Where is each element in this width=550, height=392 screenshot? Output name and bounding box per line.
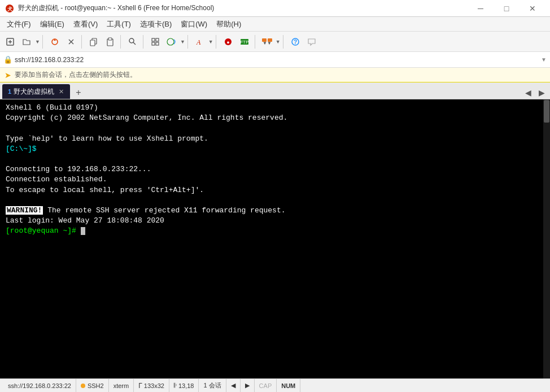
- title-text: 野犬的虚拟机 - root@yequan:~ - Xshell 6 (Free …: [18, 3, 468, 13]
- cursor-icon: 𝄆: [174, 382, 177, 389]
- status-dot: [81, 384, 85, 388]
- terminal[interactable]: Xshell 6 (Build 0197) Copyright (c) 2002…: [0, 99, 550, 378]
- status-cap: CAP: [255, 379, 277, 393]
- separator-3: [120, 35, 123, 49]
- status-cursor: 𝄆 13,18: [169, 379, 199, 393]
- separator-6: [216, 35, 218, 49]
- term-line-10: [root@yequan ~]#: [6, 226, 544, 236]
- paste-button[interactable]: [102, 34, 118, 50]
- xftp-button[interactable]: FTP: [237, 34, 252, 50]
- size-icon: Γ: [138, 382, 142, 390]
- address-dropdown-arrow[interactable]: ▼: [541, 56, 547, 63]
- tab-label: 野犬的虚拟机: [14, 87, 54, 97]
- tab-close-icon[interactable]: ✕: [59, 88, 64, 95]
- terminal-cursor: [81, 227, 85, 235]
- font-dropdown-arrow[interactable]: ▼: [208, 39, 213, 45]
- help-button[interactable]: ?: [287, 34, 303, 50]
- session-dropdown-arrow[interactable]: ▼: [180, 39, 185, 45]
- term-line-5: Connecting to 192.168.0.233:22...: [6, 164, 544, 175]
- transfer-dropdown-arrow[interactable]: ▼: [276, 39, 281, 45]
- separator-8: [283, 35, 285, 49]
- close-button[interactable]: ✕: [520, 0, 545, 17]
- separator-2: [81, 35, 84, 49]
- term-line-3: Type `help' to learn how to use Xshell p…: [6, 134, 544, 144]
- scripting-button[interactable]: ●: [220, 34, 236, 50]
- menubar: 文件(F) 编辑(E) 查看(V) 工具(T) 选项卡(B) 窗口(W) 帮助(…: [0, 17, 550, 32]
- term-line-8: WARNING! The remote SSH server rejected …: [6, 206, 544, 216]
- menu-file[interactable]: 文件(F): [2, 18, 36, 31]
- terminal-type: xterm: [114, 382, 129, 389]
- sessions-text: 1 会话: [203, 381, 221, 390]
- minimize-button[interactable]: ─: [468, 0, 494, 17]
- cursor-position: 13,18: [178, 382, 194, 389]
- connection-text: ssh://192.168.0.233:22: [8, 382, 71, 389]
- term-blank-3: [6, 195, 544, 206]
- svg-rect-15: [156, 38, 159, 41]
- num-text: NUM: [281, 382, 295, 389]
- svg-text:▼▼: ▼▼: [263, 41, 272, 46]
- feedback-button[interactable]: [304, 34, 320, 50]
- menu-tools[interactable]: 工具(T): [102, 18, 136, 31]
- status-nav-right[interactable]: ▶: [241, 379, 255, 393]
- svg-text:A: A: [196, 38, 201, 46]
- disconnect-button[interactable]: [63, 34, 79, 50]
- menu-help[interactable]: 帮助(H): [212, 18, 246, 31]
- address-input[interactable]: [15, 56, 541, 64]
- window-controls: ─ □ ✕: [468, 0, 545, 17]
- term-line-7: To escape to local shell, press 'Ctrl+Al…: [6, 185, 544, 195]
- svg-text:犬: 犬: [7, 6, 13, 12]
- terminal-content: Xshell 6 (Build 0197) Copyright (c) 2002…: [6, 103, 544, 236]
- status-connection: ssh://192.168.0.233:22: [3, 379, 76, 393]
- menu-view[interactable]: 查看(V): [69, 18, 102, 31]
- term-line-6: Connection established.: [6, 175, 544, 185]
- separator-4: [143, 35, 145, 49]
- copy-button[interactable]: [86, 34, 102, 50]
- session-manager-button[interactable]: [147, 34, 163, 50]
- status-sessions: 1 会话: [199, 379, 226, 393]
- reconnect-button[interactable]: [47, 34, 63, 50]
- status-grid: Γ 133x32: [134, 379, 169, 393]
- app-icon: 犬: [5, 3, 15, 14]
- term-blank-2: [6, 154, 544, 164]
- svg-point-18: [167, 38, 174, 45]
- grid-size: 133x32: [144, 382, 164, 389]
- tab-add-button[interactable]: +: [72, 86, 85, 99]
- hint-text: 要添加当前会话，点击左侧的箭头按钮。: [15, 70, 137, 80]
- status-nav-left[interactable]: ◀: [226, 379, 241, 393]
- hintbar: ➤ 要添加当前会话，点击左侧的箭头按钮。: [0, 68, 550, 82]
- find-button[interactable]: [125, 34, 141, 50]
- term-line-1: Xshell 6 (Build 0197): [6, 103, 544, 113]
- scrollbar-thumb[interactable]: [544, 100, 549, 123]
- tab-1[interactable]: 1 野犬的虚拟机 ✕: [2, 84, 70, 99]
- transfer-button[interactable]: ▼▼: [259, 34, 275, 50]
- menu-options[interactable]: 选项卡(B): [136, 18, 176, 31]
- svg-rect-14: [152, 38, 155, 41]
- tab-next-button[interactable]: ▶: [535, 86, 548, 99]
- separator-5: [187, 35, 190, 49]
- separator-1: [42, 35, 45, 49]
- new-session-button[interactable]: [2, 34, 18, 50]
- terminal-prompt: [root@yequan ~]#: [6, 227, 81, 235]
- status-num: NUM: [277, 379, 300, 393]
- term-blank-1: [6, 123, 544, 133]
- tab-indicator: 1: [8, 88, 11, 95]
- font-color-button[interactable]: A: [192, 34, 208, 50]
- svg-rect-9: [90, 40, 95, 46]
- scrollbar[interactable]: [543, 99, 550, 378]
- file-dropdown-arrow[interactable]: ▼: [35, 39, 40, 45]
- menu-window[interactable]: 窗口(W): [176, 18, 212, 31]
- menu-edit[interactable]: 编辑(E): [36, 18, 69, 31]
- lock-icon: 🔒: [3, 55, 12, 64]
- tab-prev-button[interactable]: ◀: [522, 86, 534, 99]
- statusbar: ssh://192.168.0.233:22 SSH2 xterm Γ 133x…: [0, 378, 550, 392]
- terminal-button[interactable]: [164, 34, 180, 50]
- open-button[interactable]: [19, 34, 34, 50]
- maximize-button[interactable]: □: [494, 0, 520, 17]
- svg-text:?: ?: [294, 39, 297, 45]
- addressbar: 🔒 ▼: [0, 52, 550, 68]
- svg-text:FTP: FTP: [240, 40, 248, 45]
- svg-text:●: ●: [226, 40, 229, 45]
- svg-point-12: [129, 38, 134, 43]
- tabbar: 1 野犬的虚拟机 ✕ + ◀ ▶: [0, 82, 550, 99]
- status-terminal: xterm: [109, 379, 134, 393]
